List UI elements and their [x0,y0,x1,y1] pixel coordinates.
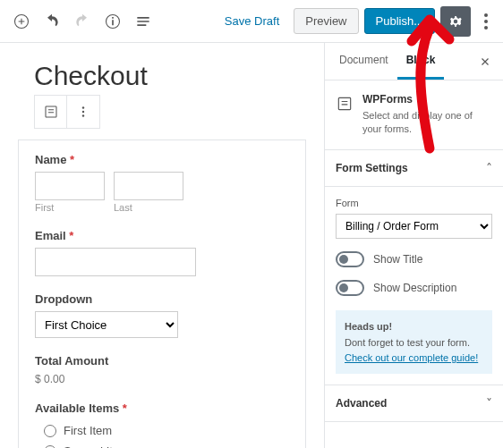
undo-icon [43,13,61,30]
show-description-toggle[interactable] [336,280,364,296]
svg-point-2 [82,111,84,113]
name-field: Name * First Last [35,153,289,213]
first-sublabel: First [35,202,105,213]
svg-point-1 [82,106,84,108]
editor-canvas: Checkout Name * First Last [0,43,324,448]
total-amount-label: Total Amount [35,354,289,368]
email-field: Email * [35,229,289,276]
email-label: Email * [35,229,289,242]
settings-sidebar: Document Block WPForms Select and displa… [324,43,503,448]
show-description-label: Show Description [373,282,456,294]
sidebar-tabs: Document Block [325,43,503,80]
show-title-toggle[interactable] [336,251,364,267]
kebab-icon [75,104,91,120]
form-settings-panel-body: Form Billing / Order Form Show Title Sho… [325,187,503,386]
advanced-panel-header[interactable]: Advanced ˅ [325,385,503,422]
radio-item-1[interactable]: First Item [35,420,289,441]
block-info-card: WPForms Select and display one of your f… [325,80,503,150]
redo-button[interactable] [68,7,97,36]
close-icon [479,55,491,68]
settings-button[interactable] [440,6,471,37]
radio-item-2[interactable]: Second Item [35,441,289,448]
page-title[interactable]: Checkout [18,61,306,91]
form-select-label: Form [336,198,492,208]
info-button[interactable] [98,7,127,36]
total-amount-value: $ 0.00 [35,373,289,385]
outline-button[interactable] [129,7,158,36]
block-info-description: Select and display one of your forms. [362,109,492,137]
svg-rect-0 [46,106,56,117]
block-info-title: WPForms [362,93,492,106]
svg-point-3 [82,114,84,116]
block-icon-button[interactable] [35,96,67,128]
chevron-up-icon: ˄ [486,161,492,175]
heads-up-notice: Heads up! Dont forget to test your form.… [336,310,492,375]
preview-button[interactable]: Preview [294,8,358,34]
wpforms-block[interactable]: Name * First Last Email * Dropdow [18,139,306,448]
chevron-down-icon: ˅ [486,396,492,410]
notice-guide-link[interactable]: Check out our complete guide! [345,352,478,363]
undo-button[interactable] [38,7,66,36]
last-sublabel: Last [114,202,183,213]
wpforms-icon [336,95,354,113]
required-asterisk: * [69,229,73,242]
info-icon [104,13,122,30]
plus-circle-icon [13,13,30,30]
total-amount-field: Total Amount $ 0.00 [35,354,289,385]
gear-icon [448,13,464,30]
redo-icon [73,13,91,30]
tab-document[interactable]: Document [330,43,397,80]
block-more-button[interactable] [67,96,99,128]
dropdown-field: Dropdown First Choice [35,292,289,338]
email-input[interactable] [35,248,196,276]
show-description-toggle-row: Show Description [336,280,492,296]
form-select[interactable]: Billing / Order Form [336,214,492,239]
required-asterisk: * [123,402,127,415]
tab-block[interactable]: Block [397,43,445,80]
svg-rect-4 [338,97,350,109]
notice-title: Heads up! [345,319,483,334]
form-block-icon [43,104,59,120]
last-name-input[interactable] [114,172,183,200]
block-toolbar [34,95,100,129]
notice-text: Dont forget to test your form. [345,337,470,348]
first-name-input[interactable] [35,172,105,200]
add-block-button[interactable] [7,7,36,36]
show-title-toggle-row: Show Title [336,251,492,267]
form-settings-title: Form Settings [336,162,408,174]
available-items-field: Available Items * First Item Second Item… [35,402,289,448]
advanced-title: Advanced [336,397,387,410]
top-toolbar: Save Draft Preview Publish... [0,0,503,43]
available-items-label: Available Items * [35,402,289,415]
dropdown-label: Dropdown [35,292,289,306]
list-icon [134,13,152,30]
dropdown-select[interactable]: First Choice [35,311,178,338]
close-sidebar-button[interactable] [473,49,498,74]
name-label: Name * [35,153,289,166]
save-draft-button[interactable]: Save Draft [216,9,288,33]
required-asterisk: * [70,153,74,166]
form-settings-panel-header[interactable]: Form Settings ˄ [325,150,503,187]
show-title-label: Show Title [373,253,422,266]
publish-button[interactable]: Publish... [364,8,435,34]
more-menu-button[interactable] [476,8,496,35]
